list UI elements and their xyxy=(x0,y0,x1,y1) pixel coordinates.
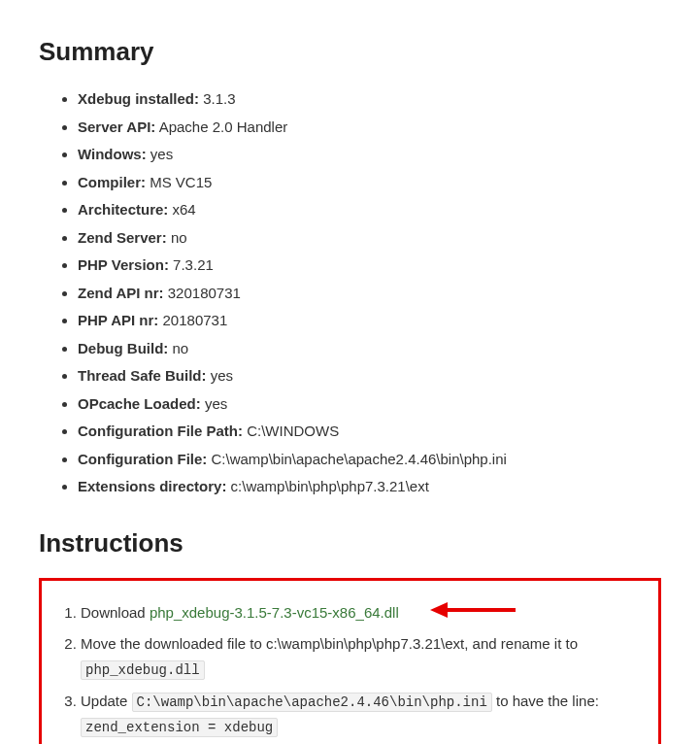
summary-value: no xyxy=(173,340,189,356)
summary-label: OPcache Loaded: xyxy=(78,395,201,412)
instructions-highlight-box: Download php_xdebug-3.1.5-7.3-vc15-x86_6… xyxy=(39,578,661,745)
code-snippet: C:\wamp\bin\apache\apache2.4.46\bin\php.… xyxy=(132,693,492,712)
summary-label: Configuration File: xyxy=(78,451,207,467)
summary-label: PHP API nr: xyxy=(78,312,158,328)
instructions-heading: Instructions xyxy=(39,528,661,558)
summary-value: MS VC15 xyxy=(150,174,212,190)
summary-heading: Summary xyxy=(39,37,661,67)
summary-value: C:\WINDOWS xyxy=(247,423,339,439)
step-text: Move the downloaded file to c:\wamp\bin\… xyxy=(81,635,578,652)
summary-value: 7.3.21 xyxy=(173,256,214,273)
summary-item: Windows: yes xyxy=(78,142,661,167)
summary-label: PHP Version: xyxy=(78,256,169,273)
summary-item: Zend API nr: 320180731 xyxy=(78,281,661,306)
summary-label: Thread Safe Build: xyxy=(78,367,207,384)
summary-item: Configuration File: C:\wamp\bin\apache\a… xyxy=(78,447,661,472)
code-snippet: php_xdebug.dll xyxy=(81,660,205,680)
summary-item: Extensions directory: c:\wamp\bin\php\ph… xyxy=(78,474,661,499)
summary-label: Extensions directory: xyxy=(78,478,226,494)
summary-item: Server API: Apache 2.0 Handler xyxy=(78,115,661,140)
summary-value: x64 xyxy=(173,201,196,218)
summary-value: no xyxy=(171,229,187,246)
summary-item: Debug Build: no xyxy=(78,336,661,361)
summary-item: Configuration File Path: C:\WINDOWS xyxy=(78,419,661,444)
summary-value: Apache 2.0 Handler xyxy=(159,118,288,135)
summary-value: c:\wamp\bin\php\php7.3.21\ext xyxy=(231,478,429,494)
summary-item: PHP Version: 7.3.21 xyxy=(78,253,661,278)
step-text: Update xyxy=(81,693,132,709)
summary-value: C:\wamp\bin\apache\apache2.4.46\bin\php.… xyxy=(212,451,507,467)
summary-item: OPcache Loaded: yes xyxy=(78,391,661,417)
summary-item: Xdebug installed: 3.1.3 xyxy=(78,86,661,112)
code-snippet: zend_extension = xdebug xyxy=(81,718,278,737)
summary-value: 320180731 xyxy=(168,285,241,301)
summary-label: Debug Build: xyxy=(78,340,168,356)
summary-item: Thread Safe Build: yes xyxy=(78,363,661,389)
summary-label: Compiler: xyxy=(78,174,146,190)
summary-label: Server API: xyxy=(78,118,155,135)
summary-value: 3.1.3 xyxy=(203,90,235,107)
summary-list: Xdebug installed: 3.1.3 Server API: Apac… xyxy=(39,86,661,499)
summary-item: Zend Server: no xyxy=(78,225,661,251)
summary-item: Compiler: MS VC15 xyxy=(78,170,661,195)
step-text: to have the line: xyxy=(492,693,599,709)
step-text: Download xyxy=(81,604,150,621)
summary-item: PHP API nr: 20180731 xyxy=(78,308,661,333)
download-link[interactable]: php_xdebug-3.1.5-7.3-vc15-x86_64.dll xyxy=(150,604,399,621)
summary-value: yes xyxy=(211,367,233,384)
summary-label: Architecture: xyxy=(78,201,168,218)
summary-label: Zend API nr: xyxy=(78,285,164,301)
summary-value: yes xyxy=(150,146,173,162)
instruction-step: Download php_xdebug-3.1.5-7.3-vc15-x86_6… xyxy=(81,600,641,626)
summary-label: Configuration File Path: xyxy=(78,423,243,439)
summary-value: yes xyxy=(205,395,227,412)
summary-label: Zend Server: xyxy=(78,229,167,246)
instructions-list: Download php_xdebug-3.1.5-7.3-vc15-x86_6… xyxy=(59,600,641,745)
instruction-step: Move the downloaded file to c:\wamp\bin\… xyxy=(81,631,641,683)
summary-label: Windows: xyxy=(78,146,147,162)
summary-value: 20180731 xyxy=(163,312,228,328)
summary-item: Architecture: x64 xyxy=(78,197,661,222)
summary-label: Xdebug installed: xyxy=(78,90,199,107)
instruction-step: Update C:\wamp\bin\apache\apache2.4.46\b… xyxy=(81,689,641,745)
